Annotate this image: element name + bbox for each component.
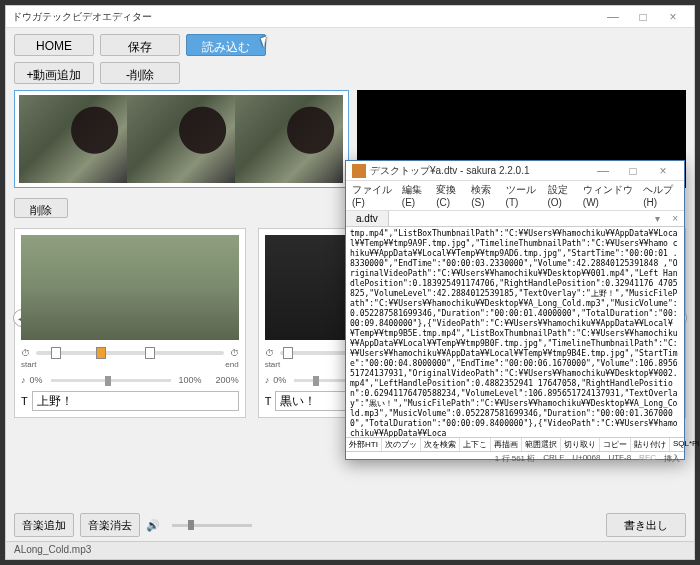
trim-handle-start[interactable]: [51, 347, 61, 359]
sakura-maximize-icon[interactable]: □: [618, 164, 648, 178]
export-button[interactable]: 書き出し: [606, 513, 686, 537]
trim-handle-mid[interactable]: [96, 347, 106, 359]
volume-slider-1[interactable]: ♪ 0% 100% 200%: [21, 375, 239, 385]
menu-file[interactable]: ファイル(F): [352, 183, 394, 208]
sakura-status-bar: 1 行 561 桁 CRLF U+0068 UTF-8 REC 挿入: [346, 451, 684, 465]
sakura-title: デスクトップ¥a.dtv - sakura 2.2.0.1: [370, 164, 588, 178]
clip-panel-1: ◀ ⏱ ⏱ start end ♪ 0% 100%: [14, 228, 246, 418]
save-button[interactable]: 保存: [100, 34, 180, 56]
sakura-window: デスクトップ¥a.dtv - sakura 2.2.0.1 — □ × ファイル…: [345, 160, 685, 460]
maximize-icon[interactable]: □: [628, 10, 658, 24]
title-label: T: [21, 395, 28, 407]
clip-image-1: [21, 235, 239, 340]
trim-handle[interactable]: [283, 347, 293, 359]
thumbnail-2[interactable]: [127, 95, 235, 183]
remove-video-button[interactable]: -削除: [100, 62, 180, 84]
thumbnail-3[interactable]: [235, 95, 343, 183]
sakura-text-area[interactable]: tmp.mp4","ListBoxThumbnailPath":"C:¥¥Use…: [346, 227, 684, 437]
sakura-menubar: ファイル(F) 編集(E) 変換(C) 検索(S) ツール(T) 設定(O) ウ…: [346, 181, 684, 211]
menu-convert[interactable]: 変換(C): [436, 183, 463, 208]
menu-tools[interactable]: ツール(T): [506, 183, 540, 208]
start-label: start: [21, 360, 37, 369]
menu-window[interactable]: ウィンドウ(W): [583, 183, 635, 208]
status-bar: ALong_Cold.mp3: [6, 541, 694, 559]
main-titlebar: ドウガテックビデオエディター — □ ×: [6, 6, 694, 28]
tab-close-icon[interactable]: ×: [666, 211, 684, 226]
app-title: ドウガテックビデオエディター: [12, 10, 598, 24]
sakura-close-icon[interactable]: ×: [648, 164, 678, 178]
menu-help[interactable]: ヘルプ(H): [643, 183, 678, 208]
sakura-tab[interactable]: a.dtv: [346, 211, 389, 226]
delete-button[interactable]: 削除: [14, 198, 68, 218]
thumbnail-strip[interactable]: [14, 90, 349, 188]
music-delete-button[interactable]: 音楽消去: [80, 513, 140, 537]
add-video-button[interactable]: +動画追加: [14, 62, 94, 84]
end-label: end: [225, 360, 238, 369]
music-add-button[interactable]: 音楽追加: [14, 513, 74, 537]
home-button[interactable]: HOME: [14, 34, 94, 56]
speaker-icon: 🔊: [146, 519, 160, 532]
sakura-toolbar: 外部HTI 次のブッ 次を検索 上下こ 再描画 範囲選択 切り取り コピー 貼り…: [346, 437, 684, 451]
sakura-app-icon: [352, 164, 366, 178]
load-button[interactable]: 読み込む: [186, 34, 266, 56]
tab-dropdown-icon[interactable]: ▾: [649, 211, 666, 226]
menu-search[interactable]: 検索(S): [471, 183, 497, 208]
thumbnail-1[interactable]: [19, 95, 127, 183]
trim-handle-end[interactable]: [145, 347, 155, 359]
master-volume-slider[interactable]: [172, 524, 252, 527]
trim-slider-1[interactable]: ⏱ ⏱: [21, 348, 239, 358]
menu-settings[interactable]: 設定(O): [548, 183, 575, 208]
minimize-icon[interactable]: —: [598, 10, 628, 24]
sakura-minimize-icon[interactable]: —: [588, 164, 618, 178]
status-file: ALong_Cold.mp3: [14, 544, 91, 555]
title-input-1[interactable]: [32, 391, 239, 411]
menu-edit[interactable]: 編集(E): [402, 183, 428, 208]
close-icon[interactable]: ×: [658, 10, 688, 24]
